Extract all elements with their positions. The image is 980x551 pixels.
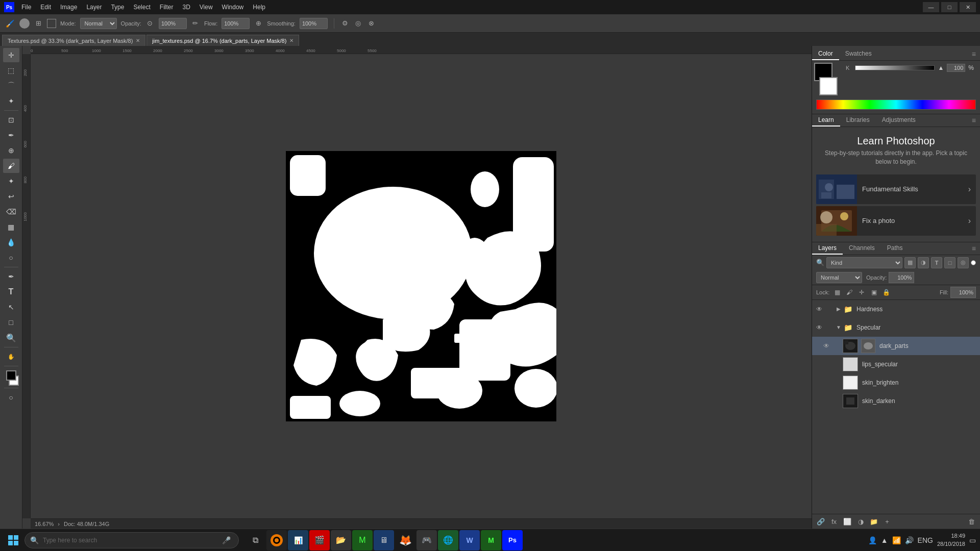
tab-swatches[interactable]: Swatches — [839, 48, 878, 60]
pen-tool[interactable]: ✒ — [3, 269, 19, 284]
clone-stamp-tool[interactable]: ✦ — [3, 174, 19, 188]
pressure-icon[interactable]: ◎ — [354, 19, 363, 28]
maximize-button[interactable]: □ — [941, 2, 958, 12]
symmetry-icon[interactable]: ⊗ — [367, 19, 376, 28]
healing-tool[interactable]: ⊕ — [3, 143, 19, 158]
menu-view[interactable]: View — [195, 3, 217, 12]
airbrush-icon[interactable]: ⊕ — [254, 19, 263, 28]
k-slider[interactable] — [855, 65, 935, 70]
magic-wand-tool[interactable]: ✦ — [3, 94, 19, 108]
list-item[interactable]: 👁 skin_brighten — [812, 373, 980, 392]
volume-icon[interactable]: 🔊 — [905, 536, 914, 544]
brush-settings-icon[interactable]: ⊞ — [34, 19, 43, 28]
microphone-icon[interactable]: 🎤 — [219, 533, 233, 547]
show-desktop-icon[interactable]: ▭ — [969, 536, 976, 544]
start-button[interactable] — [4, 531, 22, 549]
crop-tool[interactable]: ⊡ — [3, 113, 19, 127]
tab-layers[interactable]: Layers — [812, 242, 843, 255]
color-panel-menu[interactable]: ≡ — [968, 48, 980, 60]
tab-textures[interactable]: Textures.psd @ 33.3% (dark_parts, Layer … — [2, 35, 145, 46]
close-button[interactable]: ✕ — [960, 2, 976, 12]
flow-input[interactable] — [222, 18, 250, 29]
tab-adjustments[interactable]: Adjustments — [876, 114, 922, 127]
text-tool[interactable]: T — [3, 285, 19, 299]
tab-jim-textures[interactable]: jim_textures.psd @ 16.7% (dark_parts, La… — [146, 35, 299, 46]
visibility-toggle[interactable]: 👁 — [822, 397, 830, 405]
filter-text-icon[interactable]: T — [931, 257, 942, 268]
tab-color[interactable]: Color — [812, 48, 839, 60]
background-swatch[interactable] — [819, 77, 838, 95]
lasso-tool[interactable]: ⌒ — [3, 79, 19, 93]
lock-artboard-icon[interactable]: ▣ — [869, 288, 878, 297]
brush-tool[interactable]: 🖌 — [3, 159, 19, 173]
filter-pixel-icon[interactable]: ▦ — [904, 257, 916, 268]
brush-type-icon[interactable] — [47, 19, 56, 28]
opacity-input[interactable] — [159, 18, 187, 29]
list-item[interactable]: 👁 skin_darken — [812, 392, 980, 410]
menu-window[interactable]: Window — [218, 3, 248, 12]
taskbar-app-4[interactable]: 📂 — [331, 530, 351, 550]
menu-3d[interactable]: 3D — [178, 3, 194, 12]
filter-shape-icon[interactable]: □ — [944, 257, 955, 268]
visibility-toggle[interactable]: 👁 — [815, 323, 823, 332]
path-selection-tool[interactable]: ↖ — [3, 300, 19, 314]
up-arrow-icon[interactable]: ▲ — [881, 536, 888, 544]
learn-card-fix-photo[interactable]: Fix a photo › — [816, 206, 976, 236]
move-tool[interactable]: ✛ — [3, 48, 19, 62]
new-group-icon[interactable]: 📁 — [868, 516, 879, 527]
layer-kind-select[interactable]: Kind — [826, 257, 902, 268]
color-swatches[interactable] — [4, 370, 19, 386]
visibility-toggle[interactable]: 👁 — [822, 360, 830, 368]
shape-tool[interactable]: □ — [3, 315, 19, 330]
layers-panel-menu[interactable]: ≡ — [968, 242, 980, 255]
menu-edit[interactable]: Edit — [36, 3, 55, 12]
menu-help[interactable]: Help — [249, 3, 270, 12]
history-brush-tool[interactable]: ↩ — [3, 189, 19, 204]
quick-mask-tool[interactable]: ○ — [3, 390, 19, 405]
taskbar-app-7[interactable]: 🎮 — [416, 530, 437, 550]
tab-textures-close[interactable]: ✕ — [136, 38, 140, 43]
fill-value-input[interactable] — [950, 287, 976, 298]
menu-filter[interactable]: Filter — [156, 3, 178, 12]
brush-preview[interactable] — [19, 18, 30, 29]
layer-style-icon[interactable]: fx — [828, 516, 840, 527]
blur-tool[interactable]: 💧 — [3, 235, 19, 249]
menu-select[interactable]: Select — [129, 3, 154, 12]
lock-transparent-icon[interactable]: ▦ — [832, 288, 842, 297]
lock-paint-icon[interactable]: 🖌 — [845, 288, 854, 297]
canvas-document[interactable] — [286, 151, 556, 421]
taskbar-app-taskview[interactable]: ⧉ — [245, 530, 265, 550]
adjustment-layer-icon[interactable]: ◑ — [855, 516, 866, 527]
smoothing-input[interactable] — [300, 18, 328, 29]
list-item[interactable]: 👁 ▼ 📁 Specular — [812, 318, 980, 337]
zoom-tool[interactable]: 🔍 — [3, 331, 19, 345]
taskbar-app-5[interactable]: M — [352, 530, 373, 550]
tab-learn[interactable]: Learn — [812, 114, 840, 127]
learn-card-fundamental[interactable]: Fundamental Skills › — [816, 174, 976, 204]
filter-smart-icon[interactable]: ◎ — [958, 257, 969, 268]
visibility-toggle[interactable]: 👁 — [822, 379, 830, 387]
lang-label[interactable]: ENG — [918, 536, 933, 544]
foreground-color[interactable] — [6, 370, 16, 381]
always-use-pressure-icon[interactable]: ✏ — [191, 19, 200, 28]
system-clock[interactable]: 18:49 28/10/2018 — [937, 532, 965, 548]
k-value-input[interactable] — [947, 64, 965, 72]
taskbar-app-blender[interactable] — [266, 530, 287, 550]
taskbar-search-box[interactable]: 🔍 Type here to search 🎤 — [24, 532, 239, 548]
taskbar-app-8[interactable]: 🌐 — [438, 530, 458, 550]
tab-paths[interactable]: Paths — [881, 242, 909, 255]
tab-channels[interactable]: Channels — [843, 242, 881, 255]
lock-all-icon[interactable]: 🔒 — [881, 288, 891, 297]
taskbar-app-3[interactable]: 🎬 — [309, 530, 330, 550]
taskbar-app-2[interactable]: 📊 — [288, 530, 308, 550]
eyedropper-tool[interactable]: ✒ — [3, 128, 19, 142]
visibility-toggle[interactable]: 👁 — [815, 305, 823, 313]
menu-file[interactable]: File — [17, 3, 35, 12]
hand-tool[interactable]: ✋ — [3, 349, 19, 364]
network-icon[interactable]: 👤 — [868, 536, 877, 544]
link-layers-icon[interactable]: 🔗 — [815, 516, 826, 527]
add-mask-icon[interactable]: ⬜ — [842, 516, 853, 527]
opacity-value-input[interactable] — [889, 272, 914, 283]
new-layer-icon[interactable]: + — [881, 516, 893, 527]
expand-icon[interactable]: ▶ — [836, 306, 842, 312]
